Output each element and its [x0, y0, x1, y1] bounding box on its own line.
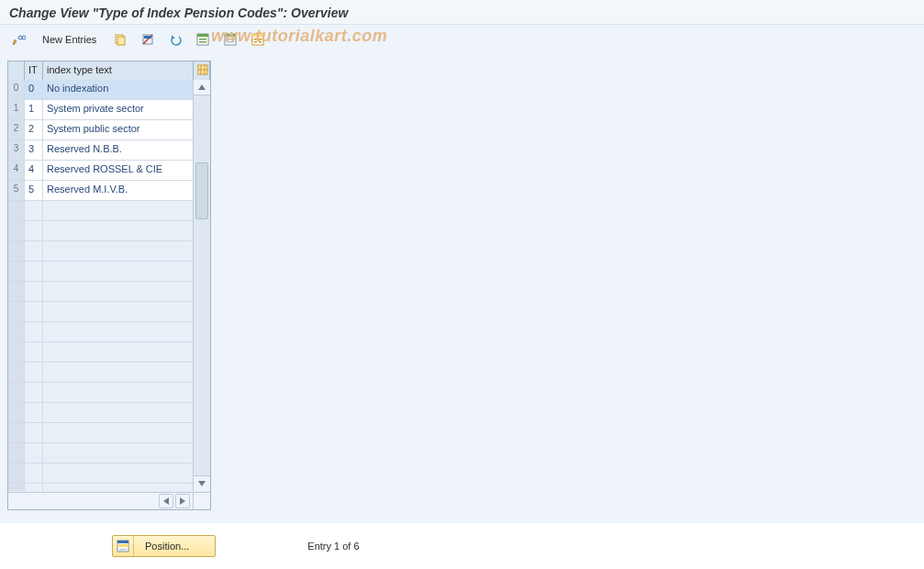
- row-selector[interactable]: [8, 241, 25, 261]
- toggle-display-change-button[interactable]: [7, 28, 29, 50]
- row-selector[interactable]: [8, 342, 25, 362]
- copy-button[interactable]: [109, 28, 131, 50]
- cell-it[interactable]: [25, 463, 43, 483]
- table-row-empty[interactable]: [8, 322, 194, 342]
- cell-index-type-text[interactable]: System public sector: [43, 120, 194, 139]
- cell-index-type-text[interactable]: Reserved M.I.V.B.: [43, 181, 194, 200]
- table-header-selector[interactable]: [8, 61, 25, 80]
- row-selector[interactable]: 1: [8, 100, 25, 119]
- table-row[interactable]: 33Reserved N.B.B.: [8, 140, 194, 161]
- cell-index-type-text[interactable]: [43, 383, 194, 402]
- cell-it[interactable]: 2: [25, 120, 43, 139]
- cell-it[interactable]: [25, 221, 43, 240]
- row-selector[interactable]: [8, 363, 25, 382]
- vertical-scrollbar[interactable]: [193, 80, 210, 491]
- cell-index-type-text[interactable]: [43, 363, 194, 382]
- table-row-empty[interactable]: [8, 443, 194, 463]
- cell-index-type-text[interactable]: [43, 403, 194, 422]
- table-row-empty[interactable]: [8, 201, 194, 221]
- table-row-empty[interactable]: [8, 383, 194, 403]
- row-selector[interactable]: 0: [8, 80, 25, 99]
- row-selector[interactable]: [8, 443, 25, 463]
- table-row-empty[interactable]: [8, 342, 194, 363]
- cell-index-type-text[interactable]: [43, 443, 194, 463]
- table-row-empty[interactable]: [8, 302, 194, 322]
- row-selector[interactable]: [8, 221, 25, 240]
- row-selector[interactable]: [8, 423, 25, 442]
- table-row-empty[interactable]: [8, 282, 194, 302]
- cell-it[interactable]: [25, 443, 43, 463]
- select-all-button[interactable]: [192, 28, 214, 50]
- cell-it[interactable]: [25, 262, 43, 281]
- scroll-right-button[interactable]: [175, 494, 190, 508]
- row-selector[interactable]: 4: [8, 161, 25, 180]
- cell-it[interactable]: 0: [25, 80, 43, 99]
- scroll-thumb[interactable]: [195, 162, 208, 219]
- row-selector[interactable]: [8, 262, 25, 281]
- row-selector[interactable]: 2: [8, 120, 25, 139]
- table-row[interactable]: 11System private sector: [8, 100, 194, 120]
- table-row[interactable]: 00No indexation: [8, 80, 194, 100]
- cell-it[interactable]: [25, 241, 43, 261]
- row-selector[interactable]: [8, 463, 25, 483]
- row-selector[interactable]: [8, 383, 25, 402]
- table-row-empty[interactable]: [8, 484, 194, 491]
- cell-index-type-text[interactable]: [43, 463, 194, 483]
- row-selector[interactable]: 5: [8, 181, 25, 200]
- cell-it[interactable]: [25, 342, 43, 362]
- position-button[interactable]: Position...: [112, 535, 216, 557]
- row-selector[interactable]: [8, 282, 25, 301]
- cell-index-type-text[interactable]: No indexation: [43, 80, 194, 99]
- table-row[interactable]: 44Reserved ROSSEL & CIE: [8, 161, 194, 181]
- table-header-text[interactable]: index type text: [43, 61, 194, 80]
- table-row[interactable]: 22System public sector: [8, 120, 194, 140]
- table-row-empty[interactable]: [8, 403, 194, 423]
- deselect-all-button[interactable]: [219, 28, 241, 50]
- table-row-empty[interactable]: [8, 241, 194, 262]
- row-selector[interactable]: [8, 322, 25, 341]
- new-entries-button[interactable]: New Entries: [35, 29, 104, 50]
- table-row[interactable]: 55Reserved M.I.V.B.: [8, 181, 194, 201]
- cell-it[interactable]: [25, 363, 43, 382]
- cell-it[interactable]: [25, 322, 43, 341]
- cell-index-type-text[interactable]: [43, 423, 194, 442]
- table-settings-button[interactable]: [194, 61, 210, 80]
- scroll-down-button[interactable]: [194, 475, 210, 491]
- cell-it[interactable]: [25, 201, 43, 220]
- table-row-empty[interactable]: [8, 463, 194, 484]
- row-selector[interactable]: [8, 201, 25, 220]
- cell-it[interactable]: [25, 282, 43, 301]
- cell-it[interactable]: 5: [25, 181, 43, 200]
- row-selector[interactable]: [8, 403, 25, 422]
- cell-it[interactable]: [25, 423, 43, 442]
- cell-index-type-text[interactable]: [43, 322, 194, 341]
- cell-it[interactable]: [25, 302, 43, 321]
- cell-index-type-text[interactable]: [43, 282, 194, 301]
- undo-button[interactable]: [164, 28, 186, 50]
- cell-it[interactable]: [25, 383, 43, 402]
- scroll-left-button[interactable]: [159, 494, 173, 508]
- cell-index-type-text[interactable]: System private sector: [43, 100, 194, 119]
- cell-index-type-text[interactable]: [43, 241, 194, 261]
- scroll-up-button[interactable]: [194, 80, 210, 95]
- cell-index-type-text[interactable]: [43, 302, 194, 321]
- table-row-empty[interactable]: [8, 363, 194, 383]
- cell-it[interactable]: 3: [25, 140, 43, 160]
- row-selector[interactable]: 3: [8, 140, 25, 160]
- cell-it[interactable]: [25, 403, 43, 422]
- cell-index-type-text[interactable]: [43, 342, 194, 362]
- cell-it[interactable]: 1: [25, 100, 43, 119]
- cell-index-type-text[interactable]: [43, 262, 194, 281]
- cell-index-type-text[interactable]: [43, 221, 194, 240]
- table-row-empty[interactable]: [8, 221, 194, 241]
- cell-index-type-text[interactable]: [43, 484, 194, 491]
- cell-it[interactable]: 4: [25, 161, 43, 180]
- row-selector[interactable]: [8, 484, 25, 491]
- cell-it[interactable]: [25, 484, 43, 491]
- table-row-empty[interactable]: [8, 262, 194, 282]
- table-row-empty[interactable]: [8, 423, 194, 443]
- cell-index-type-text[interactable]: Reserved N.B.B.: [43, 140, 194, 160]
- cell-index-type-text[interactable]: [43, 201, 194, 220]
- print-button[interactable]: [247, 28, 269, 50]
- row-selector[interactable]: [8, 302, 25, 321]
